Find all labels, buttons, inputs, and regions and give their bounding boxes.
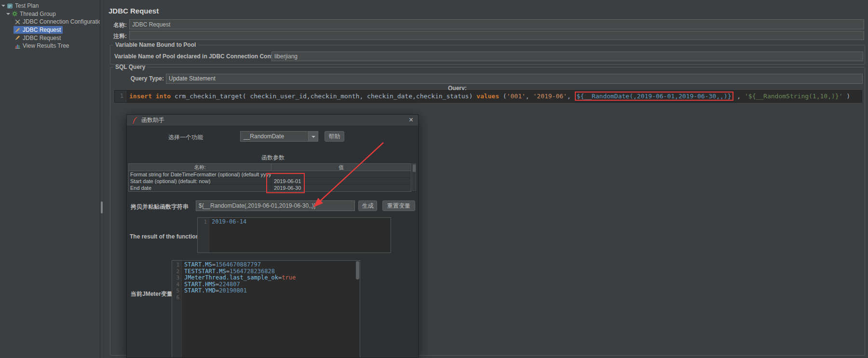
name-column-header: 名称:: [129, 164, 271, 171]
param-row[interactable]: Start date (optional) (default: now)2019…: [129, 178, 411, 185]
name-input[interactable]: [129, 19, 864, 29]
tree-item-thread-group[interactable]: Thread Group: [0, 10, 100, 18]
jmeter-variable-line: START.YMD=20190801: [184, 288, 360, 294]
sql-query-group-title: SQL Query: [113, 64, 147, 70]
choose-function-label: 选择一个功能: [168, 133, 203, 142]
splitter-handle-icon[interactable]: [101, 201, 103, 213]
value-column-header: 值: [271, 164, 411, 171]
copy-function-label: 拷贝并粘贴函数字符串: [131, 203, 189, 211]
help-button[interactable]: 帮助: [325, 131, 344, 142]
config-icon: [14, 19, 21, 25]
sql-token: crm_checkin_target( checkin_user_id,chec…: [175, 93, 476, 100]
variables-scrollbar[interactable]: [356, 261, 359, 279]
tree-item-content[interactable]: JDBC Request: [14, 34, 63, 42]
query-type-select[interactable]: Update Statement: [166, 74, 863, 84]
tree-item-test-plan[interactable]: Test Plan: [0, 2, 100, 10]
jmeter-variable-line: JMeterThread.last_sample_ok=true: [184, 275, 360, 281]
function-select[interactable]: __RandomDate: [240, 131, 318, 142]
sql-token: '001': [507, 93, 526, 100]
sql-query-editor[interactable]: 1 insert into crm_checkin_target( checki…: [114, 90, 862, 103]
jmeter-variable-line: START.HMS=224807: [184, 281, 360, 288]
expand-arrow-icon[interactable]: [6, 11, 11, 17]
param-row[interactable]: Format string for DateTimeFormatter (opt…: [129, 171, 411, 178]
expand-arrow-icon[interactable]: [1, 3, 6, 9]
sql-token: ,: [567, 93, 575, 100]
sql-token: (: [503, 93, 507, 100]
listener-icon: [14, 43, 21, 49]
params-table-header: 名称: 值: [129, 164, 411, 171]
tree-item-view-results-tree[interactable]: View Results Tree: [0, 42, 100, 50]
param-value-cell[interactable]: 2019-06-01: [271, 178, 411, 184]
generate-button[interactable]: 生成: [358, 200, 377, 211]
tree-item-content[interactable]: View Results Tree: [14, 42, 71, 50]
comments-input[interactable]: [129, 31, 864, 40]
tree-item-label: Test Plan: [15, 2, 39, 9]
result-editor[interactable]: 1 2019-06-14: [197, 217, 391, 253]
result-content: 2019-06-14: [209, 218, 391, 252]
sql-token: '${__RandomString(1,10,)}': [745, 93, 843, 100]
jmeter-feather-icon: [132, 116, 138, 124]
dialog-titlebar[interactable]: 函数助手 ×: [127, 115, 418, 126]
params-table-scrollbar[interactable]: [412, 163, 416, 191]
sql-token: insert into: [129, 93, 175, 100]
param-value-cell[interactable]: 2019-06-30: [271, 185, 411, 191]
sql-token: ,: [733, 93, 745, 100]
jmeter-variable-line: START.MS=1564670887797: [184, 262, 360, 268]
result-line-numbers: 1: [198, 218, 209, 252]
query-type-label: Query Type:: [114, 75, 164, 82]
name-label: 名称:: [113, 21, 127, 29]
sql-token: '2019-06': [533, 93, 567, 100]
tree-item-jdbc-connection-configuration[interactable]: JDBC Connection Configuration: [0, 18, 100, 26]
panel-splitter[interactable]: [100, 0, 104, 358]
annotation-box-sql-token: ${__RandomDate(,2019-06-01,2019-06-30,,)…: [575, 92, 733, 101]
params-table: 名称: 值 Format string for DateTimeFormatte…: [128, 163, 411, 192]
variables-line-numbers: 1 2 3 4 5 6: [172, 261, 182, 358]
pool-group-title: Variable Name Bound to Pool: [113, 41, 198, 48]
scrollbar-thumb[interactable]: [413, 164, 416, 172]
tree-item-jdbc-request-2[interactable]: JDBC Request: [0, 34, 100, 42]
tree-item-content[interactable]: JDBC Request: [14, 26, 63, 34]
function-string-input[interactable]: [196, 200, 355, 211]
jmeter-window: Test PlanThread GroupJDBC Connection Con…: [0, 0, 868, 358]
function-select-value: __RandomDate: [241, 132, 308, 141]
function-helper-dialog: 函数助手 × 选择一个功能 __RandomDate 帮助 函数参数 名称: 值…: [126, 114, 419, 358]
tree-item-label: JDBC Request: [23, 35, 61, 41]
variables-content: START.MS=1564670887797TESTSTART.MS=15647…: [182, 261, 360, 358]
current-variables-label: 当前JMeter变量: [131, 290, 173, 298]
sql-line-numbers: 1: [115, 91, 126, 102]
param-name-cell: End date: [129, 185, 271, 191]
close-icon[interactable]: ×: [409, 116, 413, 124]
chevron-down-icon[interactable]: [308, 132, 318, 141]
sql-token: ): [842, 93, 850, 100]
param-value-cell[interactable]: [271, 171, 411, 177]
param-row[interactable]: End date2019-06-30: [129, 185, 411, 191]
sql-token: values: [476, 93, 503, 100]
tree-item-content[interactable]: Thread Group: [11, 10, 58, 18]
pool-variable-input[interactable]: [271, 52, 863, 61]
test-plan-tree: Test PlanThread GroupJDBC Connection Con…: [0, 0, 100, 358]
param-name-cell: Format string for DateTimeFormatter (opt…: [129, 171, 271, 177]
function-params-title: 函数参数: [127, 154, 419, 162]
test-plan-icon: [7, 3, 13, 9]
thread-group-icon: [12, 11, 18, 17]
dialog-title: 函数助手: [141, 116, 164, 124]
page-title: JDBC Request: [108, 7, 159, 15]
tree-item-content[interactable]: JDBC Connection Configuration: [14, 18, 100, 26]
tree-item-label: JDBC Request: [23, 27, 61, 33]
params-table-body: Format string for DateTimeFormatter (opt…: [129, 171, 411, 191]
tree-item-content[interactable]: Test Plan: [6, 2, 41, 10]
sampler-icon: [14, 35, 21, 41]
jmeter-variables-editor[interactable]: 1 2 3 4 5 6 START.MS=1564670887797TESTST…: [172, 260, 360, 358]
sql-code-line: insert into crm_checkin_target( checkin_…: [126, 91, 862, 102]
sampler-icon: [14, 27, 21, 33]
tree-item-label: Thread Group: [20, 11, 56, 17]
tree-item-label: JDBC Connection Configuration: [23, 18, 100, 25]
jmeter-variable-line: TESTSTART.MS=1564728236828: [184, 268, 360, 275]
result-label: The result of the function is: [130, 233, 205, 240]
param-name-cell: Start date (optional) (default: now): [129, 178, 271, 184]
result-value: 2019-06-14: [212, 219, 391, 225]
reset-variables-button[interactable]: 重置变量: [382, 200, 415, 211]
tree-item-jdbc-request-1[interactable]: JDBC Request: [0, 26, 100, 34]
tree-item-label: View Results Tree: [23, 42, 69, 49]
comments-label: 注释:: [113, 32, 127, 40]
